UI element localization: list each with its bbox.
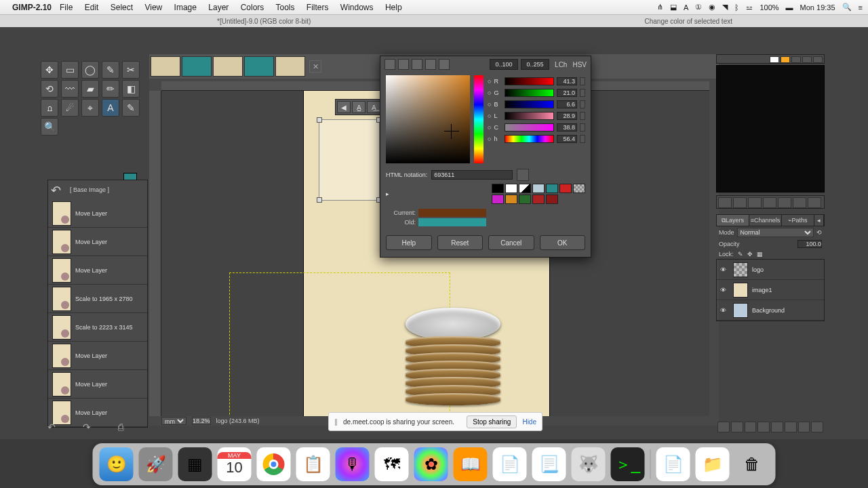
crop-tool-icon[interactable]: ✂ (122, 61, 140, 79)
dock-calendar-icon[interactable]: MAY 10 (218, 447, 252, 481)
clone-tool-icon[interactable]: ⩍ (41, 99, 58, 117)
blend-mode-select[interactable]: Normal (737, 228, 814, 237)
color-picker-tab-icon[interactable] (412, 59, 422, 70)
zoom-out-icon[interactable] (718, 197, 732, 208)
eraser-tool-icon[interactable]: ◧ (122, 80, 140, 98)
dock-audio-app-icon[interactable]: 🎙 (336, 447, 370, 481)
unit-select[interactable]: mm (161, 417, 186, 425)
radio-r-icon[interactable]: ○ (488, 78, 491, 85)
vertical-ruler[interactable] (149, 91, 161, 416)
c-value[interactable]: 38.8 (557, 123, 577, 131)
swatch[interactable] (573, 184, 585, 193)
help-button[interactable]: Help (386, 235, 432, 250)
image-tab[interactable] (244, 56, 274, 77)
dock-folder-icon[interactable]: 📁 (696, 447, 730, 481)
menu-windows[interactable]: Windows (340, 3, 374, 12)
zoom-level[interactable]: 18.2% (192, 417, 211, 425)
nav-icon[interactable] (778, 197, 791, 208)
mode-nav-icon[interactable]: ⟲ (816, 229, 822, 236)
menu-help[interactable]: Help (385, 3, 402, 12)
text-direction-icon[interactable]: ◀ (337, 101, 351, 113)
r-slider[interactable] (505, 77, 554, 85)
swatch[interactable] (532, 184, 545, 193)
hide-share-button[interactable]: Hide (522, 418, 536, 426)
swatch[interactable] (546, 195, 558, 204)
old-color-swatch[interactable] (418, 218, 486, 226)
visibility-eye-icon[interactable]: 👁 (717, 287, 729, 293)
menu-tools[interactable]: Tools (275, 3, 294, 12)
image-tab[interactable] (213, 56, 243, 77)
1password-icon[interactable]: ① (695, 3, 702, 12)
swatch[interactable] (505, 195, 517, 204)
eyedropper-icon[interactable] (517, 169, 529, 181)
radio-h-icon[interactable]: ○ (488, 136, 491, 142)
cancel-button[interactable]: Cancel (488, 235, 534, 250)
swatch[interactable] (519, 195, 531, 204)
nav-icon[interactable] (793, 197, 806, 208)
lock-alpha-icon[interactable]: ▦ (757, 251, 763, 258)
color-picker-tab-icon[interactable] (439, 59, 450, 70)
visibility-eye-icon[interactable]: 👁 (717, 266, 729, 273)
history-item[interactable]: Scale to 2223 x 3145 (48, 313, 147, 342)
tab-menu-icon[interactable]: ◂ (814, 215, 824, 226)
layer-item[interactable]: 👁 logo (717, 260, 824, 280)
h-value[interactable]: 56.4 (557, 135, 577, 143)
lower-layer-icon[interactable] (757, 422, 770, 432)
model-lch-label[interactable]: LCh (555, 61, 567, 68)
bucket-tool-icon[interactable]: ▰ (81, 80, 99, 98)
rect-select-tool-icon[interactable]: ▭ (61, 61, 79, 79)
model-hsv-label[interactable]: HSV (572, 61, 587, 68)
mask-layer-icon[interactable] (798, 422, 810, 432)
dock-photos-icon[interactable]: ✿ (414, 447, 448, 481)
dock-reminders-icon[interactable]: 📋 (296, 447, 330, 481)
menu-edit[interactable]: Edit (85, 3, 99, 12)
text-tool-icon[interactable]: A (102, 99, 119, 117)
palette-icon[interactable] (791, 56, 801, 63)
handle-icon[interactable] (317, 197, 322, 203)
radio-b-icon[interactable]: ○ (488, 101, 491, 108)
spinner-icon[interactable] (580, 77, 585, 85)
dock-textedit-icon[interactable]: 📄 (493, 447, 527, 481)
zoom-fit-icon[interactable] (748, 197, 762, 208)
warp-tool-icon[interactable]: 〰 (61, 80, 79, 98)
swatch[interactable] (505, 184, 517, 193)
menu-colors[interactable]: Colors (241, 3, 264, 12)
text-baseline-icon[interactable]: A̲ (352, 101, 366, 113)
ellipse-select-tool-icon[interactable]: ◯ (81, 61, 99, 79)
palette-icon[interactable] (781, 56, 790, 63)
close-tab-icon[interactable]: ✕ (309, 60, 321, 73)
layer-name[interactable]: image1 (752, 287, 772, 293)
ok-button[interactable]: OK (540, 235, 586, 250)
delete-layer-icon[interactable] (811, 422, 823, 432)
rotate-tool-icon[interactable]: ⟲ (41, 80, 58, 98)
path-tool-icon[interactable]: ⌖ (81, 99, 99, 117)
sv-picker[interactable] (386, 75, 470, 163)
spinner-icon[interactable] (580, 89, 585, 97)
free-select-tool-icon[interactable]: ✎ (102, 61, 119, 79)
swatch[interactable] (559, 184, 572, 193)
pencil-tool-icon[interactable]: ✏ (102, 80, 119, 98)
dock-terminal-icon[interactable]: ＞_ (611, 447, 645, 481)
radio-l-icon[interactable]: ○ (488, 113, 491, 119)
raise-layer-icon[interactable] (745, 422, 757, 432)
layer-item[interactable]: 👁 image1 (717, 280, 824, 300)
image-tab[interactable] (182, 56, 212, 77)
l-slider[interactable] (505, 112, 554, 120)
adobe-icon[interactable]: A (684, 3, 688, 12)
swatch-nav-icon[interactable]: ▸ (386, 190, 393, 197)
radio-g-icon[interactable]: ○ (488, 89, 491, 96)
menu-extras-icon[interactable]: ≡ (859, 3, 863, 12)
palette-icon[interactable] (770, 56, 779, 63)
r-value[interactable]: 41.3 (557, 77, 577, 85)
dock-maps-icon[interactable]: 🗺 (375, 447, 409, 481)
layer-name[interactable]: logo (752, 266, 764, 273)
b-slider[interactable] (505, 100, 554, 108)
swatch[interactable] (492, 184, 504, 193)
navigation-preview[interactable] (716, 65, 825, 192)
history-item[interactable]: Scale to 1965 x 2780 (48, 285, 147, 313)
swatch[interactable] (519, 184, 531, 193)
layer-group-icon[interactable] (731, 422, 743, 432)
color-picker-tab-icon[interactable] (384, 59, 395, 70)
history-item[interactable]: Move Layer (48, 370, 147, 399)
spinner-icon[interactable] (580, 135, 585, 143)
